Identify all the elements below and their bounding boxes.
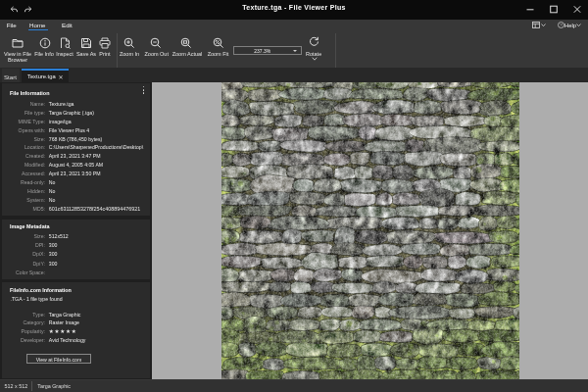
svg-text:?: ? (560, 23, 563, 27)
